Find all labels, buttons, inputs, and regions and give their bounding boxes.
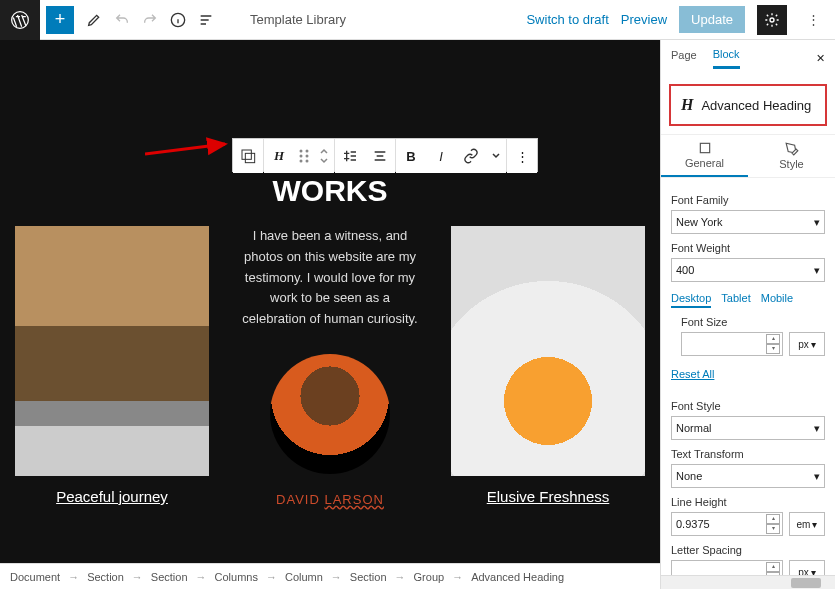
- list-view-icon[interactable]: [192, 6, 220, 34]
- general-style-tabs: General Style: [661, 134, 835, 178]
- wordpress-logo[interactable]: [0, 0, 40, 40]
- svg-point-7: [306, 150, 309, 153]
- column-right: Elusive Freshness: [451, 226, 645, 507]
- editor-canvas-wrap: H B I ⋮ SEE MY WORKS: [0, 40, 660, 589]
- label-font-weight: Font Weight: [671, 242, 825, 254]
- chevron-down-icon: ▾: [814, 216, 820, 229]
- svg-point-8: [300, 155, 303, 158]
- tab-desktop[interactable]: Desktop: [671, 292, 711, 308]
- crumb[interactable]: Columns: [215, 571, 258, 583]
- label-line-height: Line Height: [671, 496, 825, 508]
- input-font-size[interactable]: ▴▾: [681, 332, 783, 356]
- document-title[interactable]: Template Library: [250, 12, 346, 27]
- block-options-icon[interactable]: ⋮: [507, 139, 537, 173]
- tab-page[interactable]: Page: [671, 49, 697, 67]
- input-line-height[interactable]: 0.9375▴▾: [671, 512, 783, 536]
- svg-line-3: [145, 144, 225, 154]
- crumb[interactable]: Section: [87, 571, 124, 583]
- svg-point-6: [300, 150, 303, 153]
- select-font-family[interactable]: New York▾: [671, 210, 825, 234]
- top-actions: Switch to draft Preview Update ⋮: [526, 5, 835, 35]
- image-mountain[interactable]: [15, 226, 209, 476]
- editor-canvas[interactable]: H B I ⋮ SEE MY WORKS: [0, 40, 660, 563]
- link-icon[interactable]: [456, 139, 486, 173]
- tab-style[interactable]: Style: [748, 135, 835, 177]
- label-font-style: Font Style: [671, 400, 825, 412]
- crumb[interactable]: Column: [285, 571, 323, 583]
- label-font-size: Font Size: [681, 316, 825, 328]
- unit-letter-spacing[interactable]: px▾: [789, 560, 825, 575]
- label-letter-spacing: Letter Spacing: [671, 544, 825, 556]
- block-title-highlight: H Advanced Heading: [669, 84, 827, 126]
- more-options-icon[interactable]: ⋮: [799, 6, 827, 34]
- bold-icon[interactable]: B: [396, 139, 426, 173]
- settings-sidebar: Page Block ✕ H Advanced Heading General …: [660, 40, 835, 589]
- switch-to-draft-button[interactable]: Switch to draft: [526, 12, 608, 27]
- sidebar-horizontal-scrollbar[interactable]: [661, 575, 835, 589]
- align-center-icon[interactable]: [365, 139, 395, 173]
- crumb[interactable]: Document: [10, 571, 60, 583]
- block-title-label: Advanced Heading: [701, 98, 811, 113]
- general-icon: [698, 141, 712, 155]
- image-orange-drink[interactable]: [451, 226, 645, 476]
- input-letter-spacing[interactable]: ▴▾: [671, 560, 783, 575]
- svg-rect-5: [245, 153, 254, 162]
- block-toolbar: H B I ⋮: [232, 138, 538, 172]
- reset-all-link[interactable]: Reset All: [671, 368, 714, 380]
- annotation-arrow: [145, 132, 235, 166]
- tab-tablet[interactable]: Tablet: [721, 292, 750, 308]
- style-icon: [785, 142, 799, 156]
- crumb[interactable]: Section: [151, 571, 188, 583]
- select-text-transform[interactable]: None▾: [671, 464, 825, 488]
- caption-right[interactable]: Elusive Freshness: [487, 488, 610, 505]
- label-font-family: Font Family: [671, 194, 825, 206]
- svg-rect-12: [700, 143, 709, 152]
- block-breadcrumb: Document→ Section→ Section→ Columns→ Col…: [0, 563, 660, 589]
- unit-font-size[interactable]: px▾: [789, 332, 825, 356]
- crumb[interactable]: Group: [414, 571, 445, 583]
- select-font-style[interactable]: Normal▾: [671, 416, 825, 440]
- add-block-button[interactable]: +: [46, 6, 74, 34]
- info-icon[interactable]: [164, 6, 192, 34]
- author-avatar[interactable]: [270, 354, 390, 474]
- redo-icon[interactable]: [136, 6, 164, 34]
- svg-rect-4: [242, 150, 251, 159]
- italic-icon[interactable]: I: [426, 139, 456, 173]
- move-up-down-icon[interactable]: [314, 139, 334, 173]
- caption-left[interactable]: Peaceful journey: [56, 488, 168, 505]
- tab-mobile[interactable]: Mobile: [761, 292, 793, 308]
- sidebar-body: Font Family New York▾ Font Weight 400▾ D…: [661, 178, 835, 575]
- chevron-down-icon: ▾: [814, 264, 820, 277]
- label-text-transform: Text Transform: [671, 448, 825, 460]
- tab-general[interactable]: General: [661, 135, 748, 177]
- crumb[interactable]: Section: [350, 571, 387, 583]
- preview-button[interactable]: Preview: [621, 12, 667, 27]
- author-name[interactable]: DAVID LARSON: [233, 492, 427, 507]
- block-type-icon[interactable]: H: [264, 139, 294, 173]
- drag-handle-icon[interactable]: [294, 139, 314, 173]
- heading-works[interactable]: WORKS: [15, 174, 645, 208]
- advanced-heading-icon: H: [681, 96, 693, 114]
- column-left: Peaceful journey: [15, 226, 209, 507]
- update-button[interactable]: Update: [679, 6, 745, 33]
- sidebar-tabs: Page Block ✕: [661, 40, 835, 76]
- tab-block[interactable]: Block: [713, 48, 740, 69]
- column-center: I have been a witness, and photos on thi…: [233, 226, 427, 507]
- close-sidebar-icon[interactable]: ✕: [816, 52, 825, 65]
- intro-paragraph[interactable]: I have been a witness, and photos on thi…: [233, 226, 427, 330]
- select-parent-icon[interactable]: [233, 139, 263, 173]
- more-rich-text-icon[interactable]: [486, 139, 506, 173]
- responsive-tabs: Desktop Tablet Mobile: [671, 292, 825, 308]
- settings-gear-icon[interactable]: [757, 5, 787, 35]
- crumb[interactable]: Advanced Heading: [471, 571, 564, 583]
- svg-point-2: [770, 18, 774, 22]
- undo-icon[interactable]: [108, 6, 136, 34]
- svg-point-10: [300, 160, 303, 163]
- svg-point-11: [306, 160, 309, 163]
- svg-point-9: [306, 155, 309, 158]
- select-font-weight[interactable]: 400▾: [671, 258, 825, 282]
- edit-mode-icon[interactable]: [80, 6, 108, 34]
- unit-line-height[interactable]: em▾: [789, 512, 825, 536]
- editor-topbar: + Template Library Switch to draft Previ…: [0, 0, 835, 40]
- align-justify-icon[interactable]: [335, 139, 365, 173]
